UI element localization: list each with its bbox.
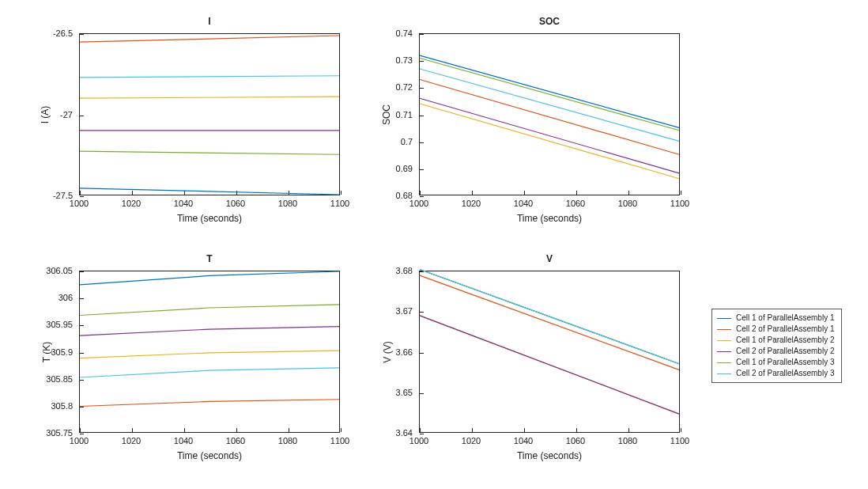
x-tick-label: 1080 xyxy=(618,436,637,445)
y-tick-label: 3.66 xyxy=(396,347,413,357)
x-tick-label: 1060 xyxy=(566,199,585,208)
x-axis-label: Time (seconds) xyxy=(419,450,680,461)
chart-title: V xyxy=(419,253,680,264)
x-tick-label: 1100 xyxy=(330,436,349,445)
legend-swatch xyxy=(717,318,731,319)
axes-V: VTime (seconds)V (V)10001020104010601080… xyxy=(419,271,680,433)
legend-swatch xyxy=(717,340,731,341)
y-tick-label: 0.71 xyxy=(396,110,413,119)
x-axis-label: Time (seconds) xyxy=(419,213,680,224)
x-tick-label: 1040 xyxy=(174,199,193,208)
series-line xyxy=(80,97,339,98)
series-line xyxy=(420,104,679,179)
series-lines xyxy=(80,271,339,432)
y-tick-label: -26.5 xyxy=(53,28,73,38)
legend-item: Cell 2 of ParallelAssembly 3 xyxy=(717,368,835,379)
series-line xyxy=(80,76,339,78)
series-line xyxy=(420,275,679,370)
plot-area xyxy=(419,271,680,433)
legend-label: Cell 1 of ParallelAssembly 2 xyxy=(736,335,835,346)
x-tick-label: 1100 xyxy=(330,199,349,208)
y-tick-label: 0.73 xyxy=(396,55,413,65)
y-tick-label: 306.05 xyxy=(46,266,73,275)
x-tick-label: 1020 xyxy=(462,436,481,445)
y-tick-label: 3.65 xyxy=(396,388,413,397)
legend-swatch xyxy=(717,351,731,352)
y-axis-label: I (A) xyxy=(40,105,51,123)
series-line xyxy=(420,98,679,173)
series-line xyxy=(80,36,339,42)
x-tick-label: 1100 xyxy=(670,199,689,208)
x-axis-label: Time (seconds) xyxy=(79,213,340,224)
legend-swatch xyxy=(717,362,731,363)
legend-item: Cell 1 of ParallelAssembly 1 xyxy=(717,313,835,324)
y-tick-label: 306 xyxy=(58,293,73,302)
series-lines xyxy=(80,34,339,195)
x-tick-label: 1100 xyxy=(670,436,689,445)
series-lines xyxy=(420,34,679,195)
series-line xyxy=(80,305,339,316)
y-axis-label: SOC xyxy=(381,104,392,124)
series-line xyxy=(80,400,339,407)
axes-SOC: SOCTime (seconds)SOC10001020104010601080… xyxy=(419,33,680,195)
x-tick-label: 1080 xyxy=(618,199,637,208)
series-lines xyxy=(420,271,679,432)
y-tick-label: 305.9 xyxy=(51,347,73,357)
legend-swatch xyxy=(717,329,731,330)
y-tick-label: 3.68 xyxy=(396,266,413,275)
x-tick-label: 1060 xyxy=(566,436,585,445)
legend-swatch xyxy=(717,373,731,374)
series-line xyxy=(420,269,679,363)
y-tick-label: 0.74 xyxy=(396,28,413,38)
chart-title: I xyxy=(79,16,340,27)
y-tick-label: 0.69 xyxy=(396,164,413,173)
y-tick-label: 305.85 xyxy=(46,374,73,384)
legend-label: Cell 1 of ParallelAssembly 3 xyxy=(736,357,835,368)
series-line xyxy=(420,316,679,414)
y-tick-label: 0.68 xyxy=(396,191,413,200)
series-line xyxy=(80,151,339,154)
y-tick-label: 305.95 xyxy=(46,320,73,329)
series-line xyxy=(80,368,339,377)
plot-area xyxy=(79,33,340,195)
legend-label: Cell 2 of ParallelAssembly 2 xyxy=(736,346,835,357)
series-line xyxy=(420,69,679,141)
legend-item: Cell 1 of ParallelAssembly 3 xyxy=(717,357,835,368)
series-line xyxy=(80,327,339,336)
y-tick-label: -27 xyxy=(60,110,73,119)
chart-title: SOC xyxy=(419,16,680,27)
legend-item: Cell 2 of ParallelAssembly 2 xyxy=(717,346,835,357)
series-line xyxy=(80,271,339,285)
x-tick-label: 1040 xyxy=(174,436,193,445)
legend: Cell 1 of ParallelAssembly 1Cell 2 of Pa… xyxy=(711,309,842,383)
x-tick-label: 1020 xyxy=(462,199,481,208)
legend-label: Cell 2 of ParallelAssembly 3 xyxy=(736,368,835,379)
x-tick-label: 1080 xyxy=(278,199,297,208)
series-line xyxy=(80,188,339,195)
y-tick-label: 3.67 xyxy=(396,306,413,316)
legend-label: Cell 1 of ParallelAssembly 1 xyxy=(736,313,835,324)
series-line xyxy=(420,58,679,130)
x-tick-label: 1020 xyxy=(122,199,141,208)
axes-T: TTime (seconds)T (K)10001020104010601080… xyxy=(79,271,340,433)
x-axis-label: Time (seconds) xyxy=(79,450,340,461)
plot-area xyxy=(419,33,680,195)
figure: ITime (seconds)I (A)10001020104010601080… xyxy=(0,0,868,489)
y-tick-label: 0.72 xyxy=(396,82,413,92)
y-axis-label: V (V) xyxy=(382,341,393,362)
x-tick-label: 1060 xyxy=(226,436,245,445)
y-tick-label: 305.75 xyxy=(46,428,73,438)
series-line xyxy=(80,351,339,358)
x-tick-label: 1040 xyxy=(514,436,533,445)
x-tick-label: 1040 xyxy=(514,199,533,208)
y-tick-label: 0.7 xyxy=(401,137,413,146)
y-tick-label: 3.64 xyxy=(396,428,413,438)
chart-title: T xyxy=(79,253,340,264)
x-tick-label: 1060 xyxy=(226,199,245,208)
y-tick-label: -27.5 xyxy=(53,191,73,200)
legend-label: Cell 2 of ParallelAssembly 1 xyxy=(736,324,835,335)
plot-area xyxy=(79,271,340,433)
x-tick-label: 1020 xyxy=(122,436,141,445)
legend-item: Cell 2 of ParallelAssembly 1 xyxy=(717,324,835,335)
y-tick-label: 305.8 xyxy=(51,401,73,411)
